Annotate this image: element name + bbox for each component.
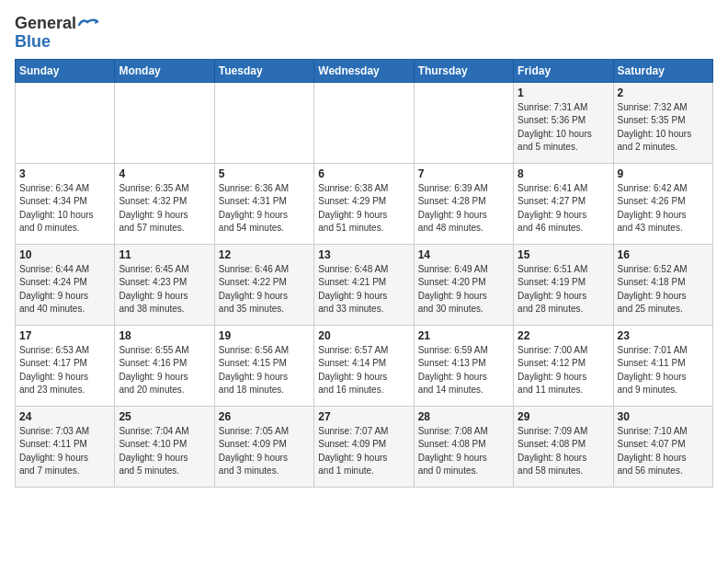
calendar-cell: 8Sunrise: 6:41 AM Sunset: 4:27 PM Daylig… (514, 163, 613, 244)
calendar-cell: 5Sunrise: 6:36 AM Sunset: 4:31 PM Daylig… (214, 163, 313, 244)
day-info: Sunrise: 7:32 AM Sunset: 5:35 PM Dayligh… (618, 101, 709, 155)
day-info: Sunrise: 6:41 AM Sunset: 4:27 PM Dayligh… (518, 182, 609, 236)
day-number: 12 (219, 248, 310, 261)
calendar-cell: 27Sunrise: 7:07 AM Sunset: 4:09 PM Dayli… (314, 406, 414, 487)
weekday-header: Saturday (613, 59, 712, 82)
day-info: Sunrise: 6:59 AM Sunset: 4:13 PM Dayligh… (418, 344, 509, 397)
day-number: 30 (618, 410, 709, 423)
day-number: 28 (418, 410, 509, 423)
day-number: 10 (19, 248, 110, 261)
weekday-header: Tuesday (214, 59, 313, 82)
day-number: 14 (418, 248, 509, 261)
calendar-cell: 16Sunrise: 6:52 AM Sunset: 4:18 PM Dayli… (613, 244, 712, 325)
calendar-cell: 17Sunrise: 6:53 AM Sunset: 4:17 PM Dayli… (16, 325, 115, 406)
calendar-cell: 19Sunrise: 6:56 AM Sunset: 4:15 PM Dayli… (214, 325, 313, 406)
calendar-cell: 28Sunrise: 7:08 AM Sunset: 4:08 PM Dayli… (414, 406, 513, 487)
calendar-cell: 9Sunrise: 6:42 AM Sunset: 4:26 PM Daylig… (613, 163, 712, 244)
day-info: Sunrise: 6:45 AM Sunset: 4:23 PM Dayligh… (119, 263, 210, 316)
day-info: Sunrise: 7:07 AM Sunset: 4:09 PM Dayligh… (318, 425, 409, 478)
logo-blue: Blue (15, 33, 98, 52)
weekday-header: Monday (115, 59, 214, 82)
calendar-cell: 23Sunrise: 7:01 AM Sunset: 4:11 PM Dayli… (613, 325, 712, 406)
day-info: Sunrise: 6:55 AM Sunset: 4:16 PM Dayligh… (119, 344, 210, 397)
day-info: Sunrise: 7:08 AM Sunset: 4:08 PM Dayligh… (418, 425, 509, 478)
calendar-cell: 11Sunrise: 6:45 AM Sunset: 4:23 PM Dayli… (115, 244, 214, 325)
calendar-cell: 4Sunrise: 6:35 AM Sunset: 4:32 PM Daylig… (115, 163, 214, 244)
day-number: 16 (618, 248, 709, 261)
day-info: Sunrise: 6:52 AM Sunset: 4:18 PM Dayligh… (618, 263, 709, 316)
day-number: 21 (418, 329, 509, 342)
day-info: Sunrise: 6:46 AM Sunset: 4:22 PM Dayligh… (219, 263, 310, 316)
day-number: 18 (119, 329, 210, 342)
day-number: 27 (318, 410, 409, 423)
weekday-header: Wednesday (314, 59, 414, 82)
calendar-cell (16, 82, 115, 163)
day-number: 3 (19, 167, 110, 180)
day-info: Sunrise: 6:51 AM Sunset: 4:19 PM Dayligh… (518, 263, 609, 316)
day-number: 15 (518, 248, 609, 261)
day-info: Sunrise: 6:56 AM Sunset: 4:15 PM Dayligh… (219, 344, 310, 397)
calendar-cell (414, 82, 513, 163)
calendar-cell: 26Sunrise: 7:05 AM Sunset: 4:09 PM Dayli… (214, 406, 313, 487)
day-info: Sunrise: 7:01 AM Sunset: 4:11 PM Dayligh… (618, 344, 709, 397)
weekday-header: Sunday (16, 59, 115, 82)
day-number: 2 (618, 86, 709, 99)
logo-general: General (15, 15, 76, 33)
day-info: Sunrise: 7:03 AM Sunset: 4:11 PM Dayligh… (19, 425, 110, 478)
calendar-cell: 18Sunrise: 6:55 AM Sunset: 4:16 PM Dayli… (115, 325, 214, 406)
day-info: Sunrise: 6:35 AM Sunset: 4:32 PM Dayligh… (119, 182, 210, 236)
day-number: 22 (518, 329, 609, 342)
calendar-cell: 25Sunrise: 7:04 AM Sunset: 4:10 PM Dayli… (115, 406, 214, 487)
calendar-cell: 22Sunrise: 7:00 AM Sunset: 4:12 PM Dayli… (514, 325, 613, 406)
day-info: Sunrise: 6:49 AM Sunset: 4:20 PM Dayligh… (418, 263, 509, 316)
day-info: Sunrise: 7:00 AM Sunset: 4:12 PM Dayligh… (518, 344, 609, 397)
day-info: Sunrise: 7:04 AM Sunset: 4:10 PM Dayligh… (119, 425, 210, 478)
calendar-cell: 3Sunrise: 6:34 AM Sunset: 4:34 PM Daylig… (16, 163, 115, 244)
calendar-cell: 15Sunrise: 6:51 AM Sunset: 4:19 PM Dayli… (514, 244, 613, 325)
day-info: Sunrise: 7:10 AM Sunset: 4:07 PM Dayligh… (618, 425, 709, 478)
calendar-cell: 20Sunrise: 6:57 AM Sunset: 4:14 PM Dayli… (314, 325, 414, 406)
calendar-cell: 12Sunrise: 6:46 AM Sunset: 4:22 PM Dayli… (214, 244, 313, 325)
header: General Blue (15, 15, 713, 52)
calendar-cell: 24Sunrise: 7:03 AM Sunset: 4:11 PM Dayli… (16, 406, 115, 487)
weekday-header: Friday (514, 59, 613, 82)
day-info: Sunrise: 6:48 AM Sunset: 4:21 PM Dayligh… (318, 263, 409, 316)
calendar-cell: 21Sunrise: 6:59 AM Sunset: 4:13 PM Dayli… (414, 325, 513, 406)
calendar-cell (115, 82, 214, 163)
day-number: 29 (518, 410, 609, 423)
day-number: 1 (518, 86, 609, 99)
logo: General Blue (15, 15, 98, 52)
day-info: Sunrise: 6:38 AM Sunset: 4:29 PM Dayligh… (318, 182, 409, 236)
day-info: Sunrise: 6:34 AM Sunset: 4:34 PM Dayligh… (19, 182, 110, 236)
day-number: 20 (318, 329, 409, 342)
day-number: 24 (19, 410, 110, 423)
day-info: Sunrise: 7:05 AM Sunset: 4:09 PM Dayligh… (219, 425, 310, 478)
logo-bird-icon (78, 17, 98, 30)
day-number: 26 (219, 410, 310, 423)
day-info: Sunrise: 6:36 AM Sunset: 4:31 PM Dayligh… (219, 182, 310, 236)
day-number: 8 (518, 167, 609, 180)
day-info: Sunrise: 6:42 AM Sunset: 4:26 PM Dayligh… (618, 182, 709, 236)
calendar-cell: 14Sunrise: 6:49 AM Sunset: 4:20 PM Dayli… (414, 244, 513, 325)
day-number: 4 (119, 167, 210, 180)
day-info: Sunrise: 7:31 AM Sunset: 5:36 PM Dayligh… (518, 101, 609, 155)
day-number: 17 (19, 329, 110, 342)
day-number: 25 (119, 410, 210, 423)
calendar-cell: 1Sunrise: 7:31 AM Sunset: 5:36 PM Daylig… (514, 82, 613, 163)
calendar-cell: 29Sunrise: 7:09 AM Sunset: 4:08 PM Dayli… (514, 406, 613, 487)
day-number: 5 (219, 167, 310, 180)
day-info: Sunrise: 6:53 AM Sunset: 4:17 PM Dayligh… (19, 344, 110, 397)
calendar-cell: 13Sunrise: 6:48 AM Sunset: 4:21 PM Dayli… (314, 244, 414, 325)
calendar-cell: 6Sunrise: 6:38 AM Sunset: 4:29 PM Daylig… (314, 163, 414, 244)
day-info: Sunrise: 6:44 AM Sunset: 4:24 PM Dayligh… (19, 263, 110, 316)
calendar-table: SundayMondayTuesdayWednesdayThursdayFrid… (15, 59, 713, 488)
calendar-cell: 10Sunrise: 6:44 AM Sunset: 4:24 PM Dayli… (16, 244, 115, 325)
day-number: 9 (618, 167, 709, 180)
day-info: Sunrise: 6:57 AM Sunset: 4:14 PM Dayligh… (318, 344, 409, 397)
logo-container: General Blue (15, 15, 98, 52)
day-info: Sunrise: 7:09 AM Sunset: 4:08 PM Dayligh… (518, 425, 609, 478)
day-number: 13 (318, 248, 409, 261)
day-info: Sunrise: 6:39 AM Sunset: 4:28 PM Dayligh… (418, 182, 509, 236)
calendar-cell (214, 82, 313, 163)
day-number: 6 (318, 167, 409, 180)
